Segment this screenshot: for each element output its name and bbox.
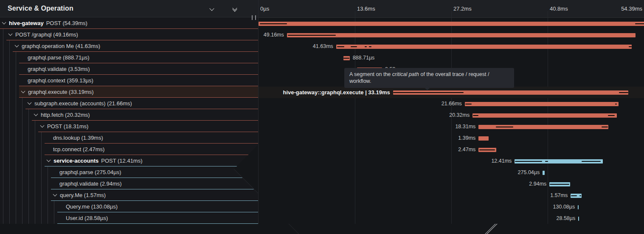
span-tree-row[interactable]: graphql.execute (33.19ms) [0,86,258,98]
span-name-cell[interactable]: service-accountsPOST (12.41ms) [45,155,258,166]
critical-path-segment[interactable] [337,46,344,47]
timeline-row[interactable]: 275.04µs [259,167,644,178]
critical-path-segment[interactable] [582,161,601,162]
span-collapse-chevron-icon[interactable] [28,101,32,105]
span-bar[interactable] [478,125,608,129]
span-bar[interactable] [259,22,644,26]
span-name-cell[interactable]: User.id (28.58µs) [57,212,258,224]
critical-path-segment[interactable] [365,46,367,47]
span-tree-row[interactable]: service-accountsPOST (12.41ms) [0,155,258,166]
span-name-cell[interactable]: tcp.connect (2.47ms) [45,144,258,155]
timeline-row[interactable]: 21.66ms [259,98,644,110]
timeline-row[interactable]: 12.41ms [259,155,644,167]
span-collapse-chevron-icon[interactable] [15,43,19,48]
critical-path-segment[interactable] [619,92,628,93]
timeline-row[interactable]: 1.57ms [259,190,644,201]
critical-path-segment[interactable] [496,127,513,127]
critical-path-segment[interactable] [545,161,548,162]
expand-all-button[interactable] [232,5,237,12]
timeline-row[interactable]: 28.58µs [259,213,644,224]
span-name-cell[interactable]: subgraph.execute (accounts) (21.66ms) [25,98,258,109]
span-name-cell[interactable]: graphql.context (359.13µs) [19,75,258,86]
span-bar[interactable] [287,33,636,37]
span-bar[interactable] [336,45,632,49]
span-collapse-chevron-icon[interactable] [40,124,45,128]
critical-path-segment[interactable] [351,46,357,47]
span-tree-row[interactable]: graphql.context (359.13µs) [0,75,258,86]
span-collapse-chevron-icon[interactable] [21,89,25,93]
critical-path-segment[interactable] [602,127,608,127]
span-tree-row[interactable]: POST (18.31ms) [0,121,258,132]
span-bar[interactable] [393,90,629,95]
span-bar[interactable] [549,182,570,186]
span-bar[interactable] [343,56,350,60]
span-tree-row[interactable]: graphql.validate (3.53ms) [0,63,258,75]
span-bar[interactable] [515,159,602,164]
critical-path-segment[interactable] [465,104,472,104]
critical-path-segment[interactable] [288,35,336,36]
timeline-row[interactable]: 18.31ms [259,121,644,133]
span-collapse-chevron-icon[interactable] [53,192,57,197]
critical-path-segment[interactable] [343,58,349,59]
timeline-row[interactable]: 1.39ms [259,133,644,144]
timeline-row[interactable] [259,18,644,29]
critical-path-segment[interactable] [369,46,371,47]
timeline-row[interactable]: 2.94ms [259,178,644,190]
span-collapse-chevron-icon[interactable] [8,32,13,36]
span-bar[interactable] [578,217,579,221]
critical-path-segment[interactable] [615,104,617,104]
span-collapse-chevron-icon[interactable] [47,158,51,162]
timeline-row[interactable]: hive-gateway::graphql.execute | 33.19ms [259,87,644,98]
timeline-row[interactable]: 49.16ms [259,29,644,41]
span-bar[interactable] [571,194,582,198]
collapse-all-button[interactable] [245,5,247,12]
span-name-cell[interactable]: graphql.validate (2.94ms) [51,178,258,189]
span-tree-row[interactable]: POST /graphql (49.16ms) [0,29,258,40]
span-tree-row[interactable]: tcp.connect (2.47ms) [0,144,258,155]
timeline-row[interactable]: 888.71µs [259,52,644,64]
timeline-row[interactable]: 130.08µs [259,201,644,213]
critical-path-segment[interactable] [473,115,478,116]
expand-one-level-button[interactable] [209,5,214,12]
critical-path-segment[interactable] [579,195,581,196]
span-name-cell[interactable]: POST /graphql (49.16ms) [6,29,258,40]
critical-path-segment[interactable] [515,161,542,162]
critical-path-segment[interactable] [608,115,615,116]
span-name-cell[interactable]: graphql.parse (275.04µs) [51,166,258,178]
span-tree-row[interactable]: http.fetch (20.32ms) [0,109,258,121]
span-tree-row[interactable]: query.Me (1.57ms) [0,189,258,201]
timeline-row[interactable]: 41.63ms [259,41,644,52]
span-name-cell[interactable]: dns.lookup (1.39ms) [45,132,258,144]
critical-path-segment[interactable] [260,23,287,24]
span-name-cell[interactable]: query.Me (1.57ms) [51,189,258,201]
critical-path-segment[interactable] [479,149,495,150]
span-tree-row[interactable]: graphql.validate (2.94ms) [0,178,258,189]
critical-path-segment[interactable] [571,195,577,196]
span-collapse-chevron-icon[interactable] [2,20,6,25]
span-name-cell[interactable]: graphql.validate (3.53ms) [19,63,258,75]
critical-path-segment[interactable] [550,184,569,185]
span-name-cell[interactable]: http.fetch (20.32ms) [32,109,258,121]
span-bar[interactable] [478,136,488,141]
span-tree-row[interactable]: Query.me (130.08µs) [0,201,258,212]
critical-path-segment[interactable] [635,23,644,24]
span-tree-row[interactable]: User.id (28.58µs) [0,212,258,224]
span-name-cell[interactable]: graphql.execute (33.19ms) [19,86,258,98]
panel-resize-handle[interactable] [252,15,256,20]
span-bar[interactable] [465,102,619,106]
span-tree-row[interactable]: graphql.parse (275.04µs) [0,166,258,178]
span-tree-row[interactable]: graphql.parse (888.71µs) [0,52,258,63]
span-name-cell[interactable]: hive-gatewayPOST (54.39ms) [0,17,258,29]
timeline-row[interactable]: 2.47ms [259,144,644,155]
span-collapse-chevron-icon[interactable] [34,112,38,116]
span-bar[interactable] [543,171,545,175]
span-bar[interactable] [578,205,579,209]
span-tree-row[interactable]: subgraph.execute (accounts) (21.66ms) [0,98,258,109]
span-name-cell[interactable]: POST (18.31ms) [38,121,258,132]
span-bar[interactable] [472,113,617,118]
span-tree-row[interactable]: graphql.operation Me (41.63ms) [0,40,258,52]
span-bar[interactable] [478,148,496,152]
collapse-one-level-button[interactable] [222,5,224,12]
critical-path-segment[interactable] [629,46,631,47]
span-tree-row[interactable]: hive-gatewayPOST (54.39ms) [0,17,258,29]
